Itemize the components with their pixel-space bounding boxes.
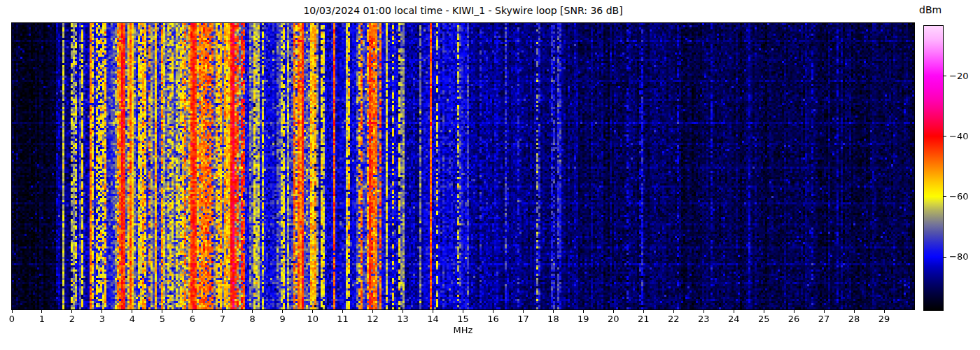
x-tick-mark [493,310,493,313]
x-tick-mark [704,310,704,313]
x-tick-label: 26 [782,314,806,324]
chart-title: 10/03/2024 01:00 local time - KIWI_1 - S… [12,5,914,16]
x-tick-mark [673,310,674,313]
x-tick-label: 17 [511,314,535,324]
x-tick-mark [372,310,373,313]
colorbar-tick-mark [944,196,946,197]
x-tick-mark [102,310,102,313]
x-tick-mark [764,310,764,313]
colorbar-tick-label: −80 [949,251,980,262]
x-tick-label: 1 [30,314,54,324]
x-tick-mark [312,310,313,313]
x-tick-label: 28 [842,314,866,324]
x-tick-mark [854,310,855,313]
spectrogram-figure: 10/03/2024 01:00 local time - KIWI_1 - S… [0,0,980,350]
colorbar-tick-mark [944,136,946,136]
colorbar-tick-label: −20 [949,71,980,82]
colorbar-gradient [924,26,943,310]
x-tick-mark [222,310,223,313]
x-tick-label: 18 [541,314,565,324]
x-tick-label: 15 [451,314,475,324]
x-tick-label: 24 [722,314,746,324]
colorbar [923,25,944,311]
x-tick-mark [643,310,644,313]
x-tick-label: 22 [662,314,685,324]
colorbar-unit-label: dBm [919,4,961,15]
x-axis-label: MHz [12,325,914,335]
x-tick-mark [433,310,433,313]
x-tick-mark [12,310,13,313]
x-tick-mark [463,310,463,313]
x-tick-mark [252,310,253,313]
x-tick-label: 21 [631,314,655,324]
x-tick-mark [41,310,42,313]
x-tick-mark [342,310,343,313]
x-tick-mark [884,310,885,313]
x-tick-label: 19 [571,314,595,324]
x-tick-mark [824,310,825,313]
x-tick-label: 12 [361,314,385,324]
x-tick-label: 8 [241,314,265,324]
x-tick-mark [71,310,72,313]
x-tick-label: 29 [872,314,896,324]
x-tick-mark [553,310,554,313]
x-tick-label: 3 [90,314,114,324]
x-tick-label: 27 [812,314,836,324]
x-tick-label: 4 [120,314,144,324]
x-tick-label: 20 [601,314,625,324]
x-tick-label: 16 [481,314,505,324]
x-tick-mark [282,310,283,313]
x-tick-label: 2 [60,314,84,324]
x-tick-mark [583,310,584,313]
x-tick-mark [734,310,734,313]
x-tick-mark [794,310,794,313]
x-tick-label: 13 [391,314,415,324]
x-tick-label: 5 [150,314,174,324]
x-tick-label: 0 [0,314,24,324]
colorbar-tick-mark [944,76,946,76]
colorbar-tick-mark [944,257,946,258]
x-tick-label: 10 [301,314,325,324]
spectrogram-canvas [12,23,914,309]
colorbar-tick-label: −40 [949,131,980,142]
x-tick-mark [162,310,162,313]
x-tick-label: 14 [421,314,445,324]
x-tick-label: 7 [211,314,234,324]
x-tick-label: 11 [331,314,355,324]
x-tick-mark [613,310,614,313]
x-tick-label: 6 [181,314,204,324]
x-tick-mark [192,310,192,313]
colorbar-tick-label: −60 [949,191,980,202]
x-tick-mark [132,310,132,313]
x-tick-mark [523,310,524,313]
x-tick-label: 9 [271,314,295,324]
x-tick-label: 25 [752,314,776,324]
x-tick-mark [402,310,403,313]
x-tick-label: 23 [692,314,715,324]
